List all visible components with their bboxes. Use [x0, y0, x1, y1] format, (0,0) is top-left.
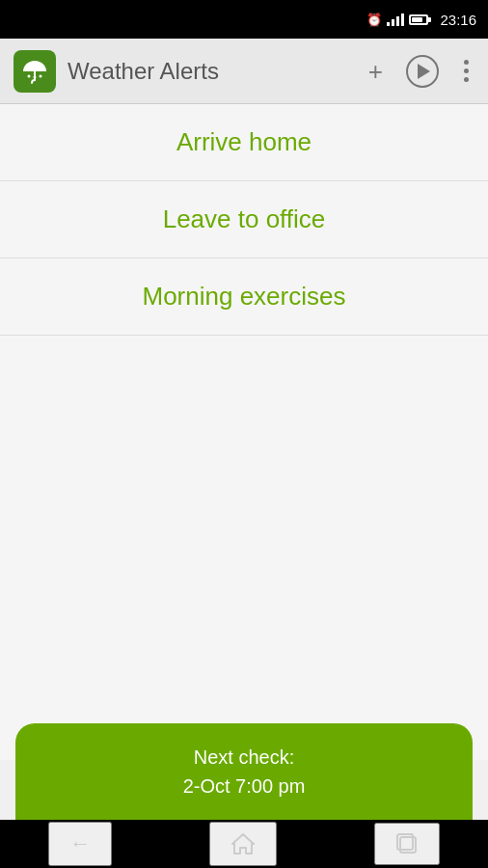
status-time: 23:16	[440, 12, 476, 28]
home-nav-button[interactable]	[209, 822, 277, 866]
signal-bars	[387, 13, 404, 26]
empty-area	[0, 336, 488, 760]
recents-nav-button[interactable]	[374, 823, 440, 865]
app-title: Weather Alerts	[68, 58, 365, 85]
back-arrow-icon: ←	[69, 831, 91, 856]
main-content: Arrive home Leave to office Morning exer…	[0, 104, 488, 760]
recents-icon	[395, 832, 419, 855]
play-circle-icon	[406, 55, 439, 88]
list-item-label: Leave to office	[163, 204, 326, 234]
toolbar: Weather Alerts +	[0, 39, 488, 104]
bottom-nav: ←	[0, 820, 488, 868]
alarm-icon: ⏰	[366, 13, 382, 27]
play-triangle-icon	[418, 64, 430, 79]
status-bar: ⏰ 23:16	[0, 0, 488, 39]
more-button[interactable]	[458, 54, 474, 88]
home-icon	[230, 831, 256, 856]
back-nav-button[interactable]: ←	[48, 822, 112, 866]
svg-point-2	[34, 75, 37, 78]
list-item[interactable]: Leave to office	[0, 181, 488, 258]
svg-point-3	[40, 74, 42, 77]
add-button[interactable]: +	[365, 55, 387, 88]
battery-icon	[409, 14, 431, 25]
list-item[interactable]: Morning exercises	[0, 258, 488, 336]
next-check-inner: Next check: 2-Oct 7:00 pm	[15, 723, 473, 820]
next-check-line1: Next check:	[31, 743, 457, 772]
next-check-line2: 2-Oct 7:00 pm	[31, 772, 457, 800]
toolbar-actions: +	[365, 51, 474, 92]
status-icons: ⏰ 23:16	[366, 12, 476, 28]
app-icon	[14, 50, 56, 93]
list-item-label: Arrive home	[176, 127, 312, 157]
more-dots-icon	[462, 58, 471, 84]
play-button[interactable]	[402, 51, 443, 92]
list-item-label: Morning exercises	[143, 282, 346, 312]
svg-point-1	[28, 74, 31, 77]
next-check-banner[interactable]: Next check: 2-Oct 7:00 pm	[0, 723, 488, 820]
plus-icon: +	[368, 59, 383, 84]
list-item[interactable]: Arrive home	[0, 104, 488, 181]
svg-marker-4	[232, 834, 254, 854]
